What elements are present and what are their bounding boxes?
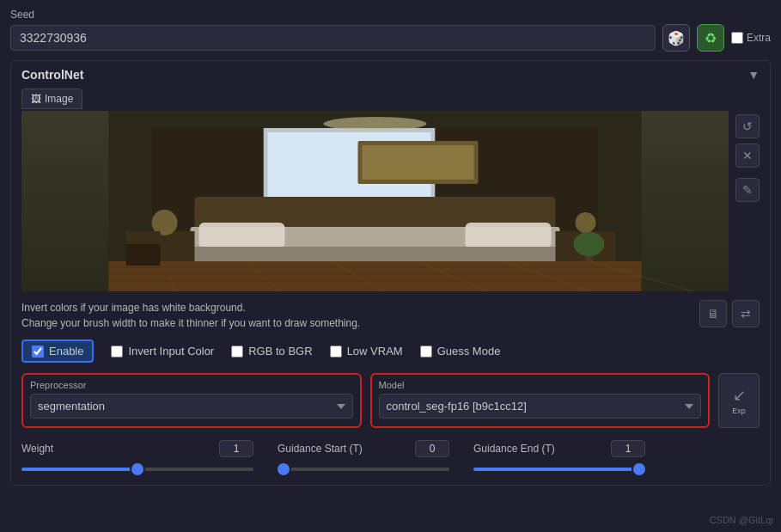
run-label: Exp xyxy=(732,407,746,415)
seed-row: 🎲 ♻ Extra xyxy=(10,24,771,52)
weight-slider[interactable] xyxy=(21,468,253,471)
preview-button[interactable]: 🖥 xyxy=(699,300,727,327)
extra-row: Extra xyxy=(731,32,771,44)
enable-group: Enable xyxy=(21,339,94,363)
info-line1: Invert colors if your image has white ba… xyxy=(21,300,360,315)
invert-input-color-checkbox[interactable] xyxy=(111,345,123,358)
controlnet-title: ControlNet xyxy=(21,68,83,82)
image-right-controls: ↺ ✕ ✎ xyxy=(735,89,760,291)
watermark: CSDN @GitLqr xyxy=(710,515,774,525)
model-label: Model xyxy=(379,380,702,390)
svg-rect-25 xyxy=(363,145,474,180)
sliders-row: Weight Guidance Start (T) Guidance xyxy=(21,440,760,478)
refresh-button[interactable]: ♻ xyxy=(697,24,724,52)
preprocessor-select[interactable]: segmentation none canny depth hed mlsd n… xyxy=(30,394,353,419)
guess-mode-label: Guess Mode xyxy=(437,345,501,358)
low-vram-label: Low VRAM xyxy=(347,345,403,358)
close-button[interactable]: ✕ xyxy=(735,144,760,168)
seed-input[interactable] xyxy=(10,25,656,51)
preprocessor-group: Preprocessor segmentation none canny dep… xyxy=(21,373,362,428)
bedroom-image xyxy=(21,111,729,291)
info-text: Invert colors if your image has white ba… xyxy=(21,300,360,331)
image-tab-label: Image xyxy=(45,93,73,105)
reset-button[interactable]: ↺ xyxy=(735,114,760,138)
model-select[interactable]: control_seg-fp16 [b9c1cc12] None control… xyxy=(379,394,702,419)
guidance-start-slider[interactable] xyxy=(278,468,449,471)
run-icon: ↙ xyxy=(733,386,746,405)
guidance-end-group: Guidance End (T) xyxy=(473,440,645,478)
extra-label: Extra xyxy=(747,32,771,44)
weight-slider-track xyxy=(21,461,253,478)
controlnet-header: ControlNet ▼ xyxy=(21,68,760,82)
weight-header: Weight xyxy=(21,440,253,457)
dropdowns-row: Preprocessor segmentation none canny dep… xyxy=(21,373,760,428)
svg-rect-16 xyxy=(109,261,642,291)
invert-input-color-group: Invert Input Color xyxy=(111,345,214,358)
guidance-start-value[interactable] xyxy=(415,440,449,457)
info-row: Invert colors if your image has white ba… xyxy=(21,300,760,331)
preview-icon: 🖥 xyxy=(707,307,719,321)
guess-mode-checkbox[interactable] xyxy=(420,345,432,358)
preprocessor-label: Preprocessor xyxy=(30,380,353,390)
enable-label: Enable xyxy=(49,345,83,358)
svg-rect-21 xyxy=(126,231,161,244)
info-line2: Change your brush width to make it thinn… xyxy=(21,315,360,331)
settings-button[interactable]: ✎ xyxy=(735,178,760,202)
guidance-end-slider[interactable] xyxy=(473,468,645,471)
low-vram-group: Low VRAM xyxy=(330,345,403,358)
swap-icon: ⇄ xyxy=(741,307,751,321)
rgb-to-bgr-checkbox[interactable] xyxy=(231,345,243,358)
image-icon: 🖼 xyxy=(31,93,41,105)
controlnet-section: ControlNet ▼ 🖼 Image xyxy=(10,60,771,486)
guidance-end-label: Guidance End (T) xyxy=(473,443,555,455)
guidance-end-value[interactable] xyxy=(611,440,645,457)
seed-label: Seed xyxy=(10,9,771,21)
svg-rect-9 xyxy=(199,223,285,248)
swap-button[interactable]: ⇄ xyxy=(732,300,760,327)
seed-section: Seed 🎲 ♻ Extra xyxy=(10,9,771,52)
weight-group: Weight xyxy=(21,440,253,478)
image-tab[interactable]: 🖼 Image xyxy=(21,89,82,109)
image-area: 🖼 Image xyxy=(21,89,760,291)
checkboxes-row: Enable Invert Input Color RGB to BGR Low… xyxy=(21,339,760,363)
weight-label: Weight xyxy=(21,443,53,455)
guidance-end-header: Guidance End (T) xyxy=(473,440,645,457)
low-vram-checkbox[interactable] xyxy=(330,345,342,358)
guidance-start-header: Guidance Start (T) xyxy=(278,440,449,457)
guess-mode-group: Guess Mode xyxy=(420,345,501,358)
image-panel: 🖼 Image xyxy=(21,89,729,291)
weight-value[interactable] xyxy=(219,440,253,457)
model-group: Model control_seg-fp16 [b9c1cc12] None c… xyxy=(370,373,711,428)
rgb-to-bgr-group: RGB to BGR xyxy=(231,345,312,358)
svg-rect-10 xyxy=(466,223,552,248)
guidance-start-slider-track xyxy=(278,461,449,478)
guidance-start-group: Guidance Start (T) xyxy=(278,440,449,478)
svg-point-26 xyxy=(324,117,427,131)
svg-point-23 xyxy=(574,232,605,256)
svg-point-15 xyxy=(576,212,596,233)
run-explode-button[interactable]: ↙ Exp xyxy=(718,373,760,428)
extra-checkbox[interactable] xyxy=(731,32,743,44)
dice-button[interactable]: 🎲 xyxy=(662,24,690,52)
guidance-start-label: Guidance Start (T) xyxy=(278,443,363,455)
guidance-end-slider-track xyxy=(473,461,645,478)
collapse-arrow[interactable]: ▼ xyxy=(747,68,760,82)
enable-checkbox[interactable] xyxy=(32,345,44,358)
main-container: Seed 🎲 ♻ Extra ControlNet ▼ 🖼 Image xyxy=(0,0,781,532)
rgb-to-bgr-label: RGB to BGR xyxy=(248,345,312,358)
bedroom-svg xyxy=(21,111,729,291)
info-buttons: 🖥 ⇄ xyxy=(699,300,760,327)
invert-input-color-label: Invert Input Color xyxy=(128,345,214,358)
